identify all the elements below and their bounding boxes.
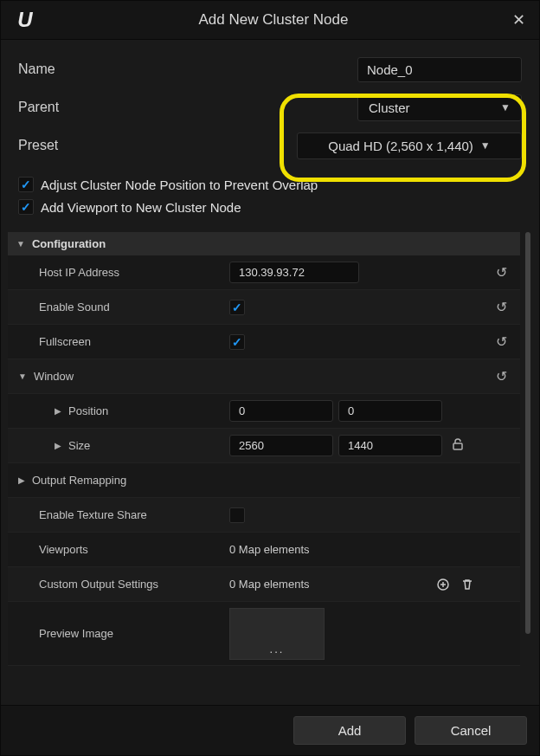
addviewport-label: Add Viewport to New Cluster Node — [41, 200, 241, 215]
triangle-down-icon — [16, 239, 25, 249]
enable-sound-label: Enable Sound — [8, 300, 224, 313]
row-preset: Preset Quad HD (2,560 x 1,440) ▼ — [18, 126, 522, 165]
host-ip-label: Host IP Address — [8, 266, 224, 279]
chevron-down-icon: ▼ — [500, 101, 511, 113]
row-texture-share: Enable Texture Share — [8, 498, 520, 533]
body-area: Configuration Host IP Address ↺ Enable S… — [1, 225, 539, 705]
add-icon[interactable] — [434, 575, 453, 594]
parent-label: Parent — [18, 100, 105, 115]
preset-dropdown[interactable]: Quad HD (2,560 x 1,440) ▼ — [297, 132, 522, 159]
trash-icon[interactable] — [458, 575, 477, 594]
triangle-right-icon[interactable] — [55, 441, 61, 450]
ellipsis-icon: ... — [270, 643, 285, 656]
preset-label: Preset — [18, 138, 105, 153]
top-section: Name Parent Cluster ▼ Preset Quad HD (2,… — [1, 40, 539, 225]
position-y-input[interactable] — [338, 400, 442, 422]
row-size: Size — [8, 429, 520, 463]
reset-icon[interactable]: ↺ — [496, 368, 507, 384]
parent-dropdown[interactable]: Cluster ▼ — [357, 94, 522, 121]
fullscreen-label: Fullscreen — [8, 335, 224, 348]
row-output-remapping[interactable]: Output Remapping — [8, 463, 520, 498]
enable-sound-checkbox[interactable] — [229, 300, 245, 315]
dialog-title: Add New Cluster Node — [37, 11, 510, 29]
fullscreen-checkbox[interactable] — [229, 334, 245, 350]
texture-share-checkbox[interactable] — [229, 507, 245, 523]
reset-icon[interactable]: ↺ — [496, 299, 507, 315]
preview-label: Preview Image — [8, 627, 224, 640]
preset-value: Quad HD (2,560 x 1,440) — [328, 139, 473, 153]
reset-icon[interactable]: ↺ — [496, 264, 507, 281]
close-icon[interactable]: ✕ — [510, 11, 527, 29]
window-label: Window — [34, 370, 74, 383]
adjust-label: Adjust Cluster Node Position to Prevent … — [41, 178, 318, 192]
texture-share-label: Enable Texture Share — [8, 508, 224, 521]
option-adjust: Adjust Cluster Node Position to Prevent … — [18, 173, 522, 196]
size-label: Size — [68, 439, 90, 452]
svg-rect-0 — [453, 443, 462, 449]
row-name: Name — [18, 50, 522, 88]
custom-output-label: Custom Output Settings — [8, 578, 224, 591]
option-addviewport: Add Viewport to New Cluster Node — [18, 196, 522, 218]
adjust-checkbox[interactable] — [18, 177, 34, 192]
scroll-content: Configuration Host IP Address ↺ Enable S… — [8, 232, 524, 705]
row-viewports: Viewports 0 Map elements — [8, 533, 520, 567]
preview-image-slot[interactable]: ... — [229, 608, 325, 660]
row-host-ip: Host IP Address ↺ — [8, 255, 520, 290]
row-fullscreen: Fullscreen ↺ — [8, 325, 520, 359]
row-enable-sound: Enable Sound ↺ — [8, 290, 520, 325]
parent-value: Cluster — [369, 100, 410, 115]
reset-icon[interactable]: ↺ — [496, 333, 507, 350]
position-label: Position — [68, 404, 108, 417]
triangle-down-icon — [18, 372, 27, 381]
row-window[interactable]: Window ↺ — [8, 359, 520, 394]
unreal-logo-icon: U — [13, 8, 37, 32]
dialog: U Add New Cluster Node ✕ Name Parent Clu… — [0, 0, 540, 756]
row-parent: Parent Cluster ▼ — [18, 88, 522, 126]
section-configuration[interactable]: Configuration — [8, 232, 520, 255]
lock-open-icon[interactable] — [451, 437, 465, 455]
scrollbar[interactable] — [524, 232, 532, 705]
triangle-right-icon — [18, 475, 25, 485]
config-header-label: Configuration — [32, 237, 106, 250]
scrollbar-thumb[interactable] — [525, 232, 530, 634]
name-input[interactable] — [357, 57, 522, 82]
triangle-right-icon[interactable] — [55, 406, 61, 416]
position-x-input[interactable] — [229, 400, 333, 422]
viewports-value: 0 Map elements — [229, 543, 310, 556]
add-button[interactable]: Add — [293, 716, 406, 745]
row-position: Position — [8, 394, 520, 429]
row-preview-image: Preview Image ... — [8, 602, 520, 666]
size-w-input[interactable] — [229, 435, 333, 456]
chevron-down-icon: ▼ — [480, 139, 491, 152]
row-custom-output: Custom Output Settings 0 Map elements — [8, 567, 520, 602]
footer: Add Cancel — [1, 705, 539, 755]
addviewport-checkbox[interactable] — [18, 199, 34, 215]
viewports-label: Viewports — [8, 543, 224, 556]
output-remap-label: Output Remapping — [32, 474, 126, 487]
size-h-input[interactable] — [338, 435, 442, 456]
name-label: Name — [18, 61, 105, 77]
titlebar: U Add New Cluster Node ✕ — [1, 1, 539, 40]
host-ip-input[interactable] — [229, 262, 359, 283]
custom-output-value: 0 Map elements — [229, 578, 428, 591]
cancel-button[interactable]: Cancel — [415, 716, 527, 745]
